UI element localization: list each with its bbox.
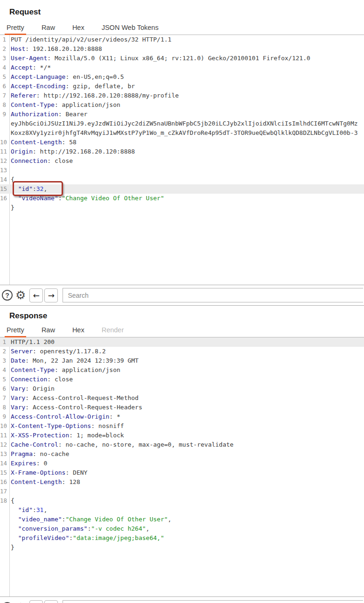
- code-line[interactable]: 11Origin: http://192.168.20.120:8888: [0, 147, 364, 156]
- line-text: Accept-Language: en-US,en;q=0.5: [9, 72, 364, 82]
- tab-json-web-tokens[interactable]: JSON Web Tokens: [100, 21, 161, 35]
- code-line[interactable]: 6Accept-Encoding: gzip, deflate, br: [0, 82, 364, 91]
- line-text: Connection: close: [9, 375, 364, 384]
- request-search-toolbar: ? ⚙ ← →: [0, 285, 364, 306]
- request-panel: Request PrettyRawHexJSON Web Tokens: [0, 0, 364, 35]
- code-line[interactable]: 10X-Content-Type-Options: nosniff: [0, 421, 364, 431]
- code-line[interactable]: 12Connection: close: [0, 156, 364, 166]
- code-line[interactable]: 4Content-Type: application/json: [0, 365, 364, 375]
- line-text: }: [9, 543, 364, 552]
- prev-match-button[interactable]: ←: [29, 288, 43, 302]
- code-line[interactable]: }: [0, 543, 364, 552]
- line-text: User-Agent: Mozilla/5.0 (X11; Linux x86_…: [9, 54, 364, 63]
- code-line[interactable]: 14Expires: 0: [0, 459, 364, 468]
- tab-pretty[interactable]: Pretty: [5, 21, 26, 35]
- code-line[interactable]: "video_name":"Change Video Of Other User…: [0, 515, 364, 524]
- code-line[interactable]: "id":31,: [0, 505, 364, 515]
- request-tabs: PrettyRawHexJSON Web Tokens: [0, 21, 364, 35]
- code-line[interactable]: 8Content-Type: application/json: [0, 100, 364, 110]
- line-text: {: [9, 175, 364, 184]
- line-text: Referer: http://192.168.20.120:8888/my-p…: [9, 91, 364, 100]
- code-line[interactable]: 12Cache-Control: no-cache, no-store, max…: [0, 440, 364, 449]
- tab-pretty[interactable]: Pretty: [5, 323, 26, 337]
- code-line[interactable]: 14{: [0, 175, 364, 184]
- code-line[interactable]: Koxz8XVy1yzir0jhfgT4RvMqyiJ1wMXstP7yP1Wo…: [0, 128, 364, 138]
- line-text: X-Content-Type-Options: nosniff: [9, 421, 364, 431]
- code-line[interactable]: }: [0, 203, 364, 212]
- code-line[interactable]: 7Referer: http://192.168.20.120:8888/my-…: [0, 91, 364, 100]
- code-line[interactable]: 9Authorization: Bearer: [0, 110, 364, 119]
- tab-raw[interactable]: Raw: [40, 323, 57, 337]
- code-line[interactable]: 2Host: 192.168.20.120:8888: [0, 44, 364, 54]
- line-number: 10: [0, 421, 9, 431]
- code-line[interactable]: 13: [0, 166, 364, 175]
- line-number: 11: [0, 147, 9, 156]
- line-text: {: [9, 496, 364, 505]
- line-text: Authorization: Bearer: [9, 110, 364, 119]
- code-line[interactable]: 1HTTP/1.1 200: [0, 337, 364, 347]
- search-input[interactable]: [63, 600, 363, 603]
- line-text: "id":31,: [9, 505, 364, 515]
- next-match-button[interactable]: →: [44, 600, 58, 603]
- line-text: HTTP/1.1 200: [9, 337, 364, 347]
- line-text: "id":32,: [9, 184, 364, 194]
- line-text: Content-Type: application/json: [9, 365, 364, 375]
- search-input[interactable]: [63, 288, 363, 302]
- tab-raw[interactable]: Raw: [40, 21, 57, 35]
- line-number: 6: [0, 384, 9, 393]
- code-line[interactable]: 13Pragma: no-cache: [0, 449, 364, 459]
- tab-hex[interactable]: Hex: [70, 323, 86, 337]
- code-line[interactable]: 6Vary: Origin: [0, 384, 364, 393]
- line-number: [0, 543, 9, 552]
- code-line[interactable]: 15 "id":32,: [0, 184, 364, 194]
- line-number: 3: [0, 356, 9, 365]
- code-line[interactable]: 18{: [0, 496, 364, 505]
- tab-hex[interactable]: Hex: [70, 21, 86, 35]
- line-number: 12: [0, 440, 9, 449]
- line-number: 8: [0, 100, 9, 110]
- code-line[interactable]: eyJhbGciOiJSUzI1NiJ9.eyJzdWIiOiJyc2diZW5…: [0, 119, 364, 128]
- line-text: "conversion_params":"-v codec h264",: [9, 524, 364, 533]
- line-number: 2: [0, 347, 9, 356]
- line-number: 8: [0, 403, 9, 412]
- code-line[interactable]: 3Date: Mon, 22 Jan 2024 12:39:39 GMT: [0, 356, 364, 365]
- code-line[interactable]: 16Content-Length: 128: [0, 477, 364, 487]
- code-line[interactable]: "conversion_params":"-v codec h264",: [0, 524, 364, 533]
- response-editor[interactable]: 1HTTP/1.1 2002Server: openresty/1.17.8.2…: [0, 337, 364, 596]
- help-icon[interactable]: ?: [2, 290, 13, 301]
- code-line[interactable]: 3User-Agent: Mozilla/5.0 (X11; Linux x86…: [0, 54, 364, 63]
- code-line[interactable]: 11X-XSS-Protection: 1; mode=block: [0, 431, 364, 440]
- code-line[interactable]: 5Accept-Language: en-US,en;q=0.5: [0, 72, 364, 82]
- line-text: [9, 487, 364, 496]
- next-match-button[interactable]: →: [44, 288, 58, 302]
- line-number: 13: [0, 449, 9, 459]
- prev-match-button[interactable]: ←: [29, 600, 43, 603]
- code-line[interactable]: 9Access-Control-Allow-Origin: *: [0, 412, 364, 421]
- line-number: 11: [0, 431, 9, 440]
- line-number: [0, 533, 9, 543]
- code-line[interactable]: 8Vary: Access-Control-Request-Headers: [0, 403, 364, 412]
- code-line[interactable]: 4Accept: */*: [0, 63, 364, 72]
- line-text: Content-Length: 128: [9, 477, 364, 487]
- code-line[interactable]: 16 "videoName":"Change Video Of Other Us…: [0, 194, 364, 203]
- code-line[interactable]: 2Server: openresty/1.17.8.2: [0, 347, 364, 356]
- line-number: 6: [0, 82, 9, 91]
- line-text: X-Frame-Options: DENY: [9, 468, 364, 477]
- line-number: 15: [0, 468, 9, 477]
- tab-render: Render: [100, 323, 126, 337]
- gear-icon[interactable]: ⚙: [15, 602, 26, 603]
- code-line[interactable]: 17: [0, 487, 364, 496]
- line-number: 13: [0, 166, 9, 175]
- line-text: Date: Mon, 22 Jan 2024 12:39:39 GMT: [9, 356, 364, 365]
- code-line[interactable]: 5Connection: close: [0, 375, 364, 384]
- code-line[interactable]: 7Vary: Access-Control-Request-Method: [0, 393, 364, 403]
- code-line[interactable]: 10Content-Length: 58: [0, 138, 364, 147]
- code-line[interactable]: 15X-Frame-Options: DENY: [0, 468, 364, 477]
- code-line[interactable]: 1PUT /identity/api/v2/user/videos/32 HTT…: [0, 35, 364, 44]
- line-number: 2: [0, 44, 9, 54]
- request-editor[interactable]: 1PUT /identity/api/v2/user/videos/32 HTT…: [0, 35, 364, 285]
- code-line[interactable]: "profileVideo":"data:image/jpeg;base64,": [0, 533, 364, 543]
- line-text: Connection: close: [9, 156, 364, 166]
- line-number: 14: [0, 459, 9, 468]
- gear-icon[interactable]: ⚙: [15, 289, 26, 301]
